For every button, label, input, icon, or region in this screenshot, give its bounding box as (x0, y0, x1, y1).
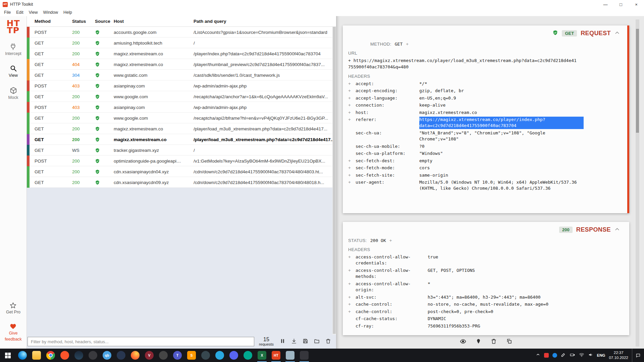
taskbar-chrome-icon[interactable] (44, 349, 58, 362)
get-pro-button[interactable]: Get Pro (6, 302, 20, 314)
taskbar-firefox-icon[interactable] (128, 349, 142, 362)
header-row[interactable]: + access-control-allow-methods: GET, POS… (343, 267, 629, 280)
taskbar-steam-icon[interactable] (72, 349, 86, 362)
header-row[interactable]: cf-cache-status: DYNAMIC (343, 316, 629, 322)
table-row[interactable]: GET 200 www.google.com /recaptcha/api2/b… (27, 113, 336, 123)
panel-scrollbar[interactable] (636, 19, 639, 347)
sidebar-item-intercept[interactable]: Intercept (5, 43, 21, 56)
taskbar-edge-icon[interactable] (15, 349, 30, 362)
list-scrollbar-thumb[interactable] (333, 27, 336, 334)
taskbar-httptoolkit-icon[interactable]: HT (269, 349, 283, 362)
menu-item[interactable]: Help (61, 9, 75, 15)
header-row[interactable]: sec-ch-ua-platform: "Windows" (343, 150, 629, 157)
sidebar-item-view[interactable]: View (9, 65, 18, 78)
header-row[interactable]: sec-ch-ua-mobile: ?0 (343, 143, 629, 149)
windows-taskbar: qb (0, 349, 644, 362)
tray-pen-icon[interactable] (561, 352, 566, 359)
maximize-button[interactable]: □ (613, 0, 629, 9)
tray-volume-icon[interactable] (588, 352, 593, 359)
response-card: 200 RESPONSE STATUS:200 OK+ HEADERS + ac… (343, 222, 629, 335)
filter-input[interactable] (28, 337, 254, 346)
collapse-chevron-icon[interactable] (614, 227, 620, 233)
close-button[interactable]: × (629, 0, 644, 9)
table-row[interactable]: GET 404 magixz.xtremestream.co /player/t… (27, 59, 336, 70)
taskbar-defender-icon[interactable] (241, 349, 255, 362)
tray-network-icon[interactable] (579, 352, 584, 359)
header-row[interactable]: + accept: */* (343, 81, 629, 87)
taskbar-clock[interactable]: 22:37 07.10.2022 (609, 350, 628, 360)
action-center-icon[interactable] (632, 349, 643, 362)
table-row[interactable]: POST 403 asianpinay.com /wp-admin/admin-… (27, 102, 336, 113)
table-row[interactable]: GET 304 www.gstatic.com /cast/sdk/libs/s… (27, 70, 336, 80)
table-row[interactable]: GET 200 magixz.xtremestream.co /player/i… (27, 48, 336, 59)
header-row[interactable]: cf-ray: 75696311f956b353-PRG (343, 323, 629, 329)
taskbar-sublime-icon[interactable]: S (184, 349, 199, 362)
give-feedback-button[interactable]: Give feedback (5, 323, 22, 342)
taskbar-excel-icon[interactable]: X (255, 349, 269, 362)
sidebar-item-mock[interactable]: Mock (8, 87, 18, 100)
pin-icon[interactable] (476, 339, 481, 346)
taskbar-screenshot-icon[interactable] (297, 349, 311, 362)
table-row[interactable]: POST 200 optimizationguide-pa.googleapi…… (27, 156, 336, 166)
header-value: */* (419, 81, 584, 87)
taskbar-app-icon[interactable] (156, 349, 170, 362)
header-row[interactable]: + connection: keep-alive (343, 102, 629, 108)
copy-icon[interactable] (506, 338, 512, 346)
taskbar-app-icon[interactable] (114, 349, 128, 362)
tray-battery-icon[interactable] (570, 352, 575, 359)
menu-item[interactable]: File (1, 9, 13, 15)
taskbar-qbittorrent-icon[interactable]: qb (100, 349, 114, 362)
table-row[interactable]: GET WS tracker.gigastream.xyz / (27, 145, 336, 156)
taskbar-discord-icon[interactable] (227, 349, 241, 362)
header-row[interactable]: + host: magixz.xtremestream.co (343, 110, 629, 116)
taskbar-telegram-icon[interactable] (213, 349, 227, 362)
open-folder-button[interactable] (314, 338, 320, 345)
header-row[interactable]: + accept-language: en-US,en;q=0.9 (343, 95, 629, 101)
header-row[interactable]: + cache-control: post-check=0, pre-check… (343, 309, 629, 315)
table-row[interactable]: POST 403 asianpinay.com /wp-admin/admin-… (27, 80, 336, 91)
taskbar-brave-icon[interactable] (58, 349, 72, 362)
taskbar-photos-icon[interactable] (283, 349, 297, 362)
header-row[interactable]: + sec-fetch-dest: empty (343, 158, 629, 164)
taskbar-start-button[interactable] (0, 349, 15, 362)
header-row[interactable]: + accept-encoding: gzip, deflate, br (343, 88, 629, 94)
collapse-chevron-icon[interactable] (614, 30, 620, 37)
taskbar-app-icon[interactable] (86, 349, 100, 362)
delete-icon[interactable] (491, 338, 497, 346)
minimize-button[interactable]: — (598, 0, 613, 9)
tray-chevron-icon[interactable] (536, 352, 540, 358)
table-row[interactable]: GET 200 cdn.xsasianpinaycdn09.xyz /cdn/d… (27, 177, 336, 188)
pause-button[interactable] (280, 338, 285, 345)
header-row[interactable]: + access-control-allow-origin: * (343, 281, 629, 293)
table-row[interactable]: GET 200 magixz.xtremestream.co /player/l… (27, 134, 336, 145)
menu-item[interactable]: View (26, 9, 41, 15)
header-row[interactable]: + sec-fetch-site: same-origin (343, 172, 629, 178)
header-row[interactable]: + access-control-allow-credentials: true (343, 254, 629, 266)
tray-app-icon[interactable] (552, 353, 557, 358)
header-row[interactable]: + cache-control: no-store, no-cache, mus… (343, 301, 629, 307)
panel-scrollbar-thumb[interactable] (636, 29, 639, 133)
import-button[interactable] (291, 338, 297, 345)
taskbar-folder-icon[interactable] (30, 349, 44, 362)
save-button[interactable] (303, 338, 308, 345)
table-row[interactable]: GET 200 amiusing.httptoolkit.tech / (27, 38, 336, 48)
taskbar-app-icon[interactable] (199, 349, 213, 362)
view-toggle-eye-icon[interactable] (460, 338, 466, 346)
header-row[interactable]: + sec-fetch-mode: cors (343, 165, 629, 171)
table-row[interactable]: GET 200 cdn.xsasianpinaycdn04.xyz /cdn/d… (27, 166, 336, 177)
header-row[interactable]: + alt-svc: h3=":443"; ma=86400, h3-29=":… (343, 294, 629, 300)
list-scrollbar[interactable] (332, 27, 336, 335)
header-row[interactable]: + user-agent: Mozilla/5.0 (Windows NT 10… (343, 179, 629, 192)
table-row[interactable]: GET 200 magixz.xtremestream.co /player/l… (27, 123, 336, 134)
header-row[interactable]: + referer: https://magixz.xtremestream.c… (343, 117, 629, 129)
menu-item[interactable]: Window (41, 9, 61, 15)
language-indicator[interactable]: ENG (597, 353, 605, 357)
taskbar-teams-icon[interactable]: T (170, 349, 184, 362)
clear-requests-button[interactable] (325, 338, 331, 345)
header-row[interactable]: sec-ch-ua: "Not?A_Brand";v="8", "Chromiu… (343, 130, 629, 142)
table-row[interactable]: GET 200 www.google.com /recaptcha/api2/a… (27, 91, 336, 102)
tray-app-icon[interactable] (544, 353, 549, 358)
table-row[interactable]: POST 200 accounts.google.com /ListAccoun… (27, 27, 336, 38)
taskbar-vivaldi-icon[interactable]: V (142, 349, 156, 362)
menu-item[interactable]: Edit (13, 9, 26, 15)
